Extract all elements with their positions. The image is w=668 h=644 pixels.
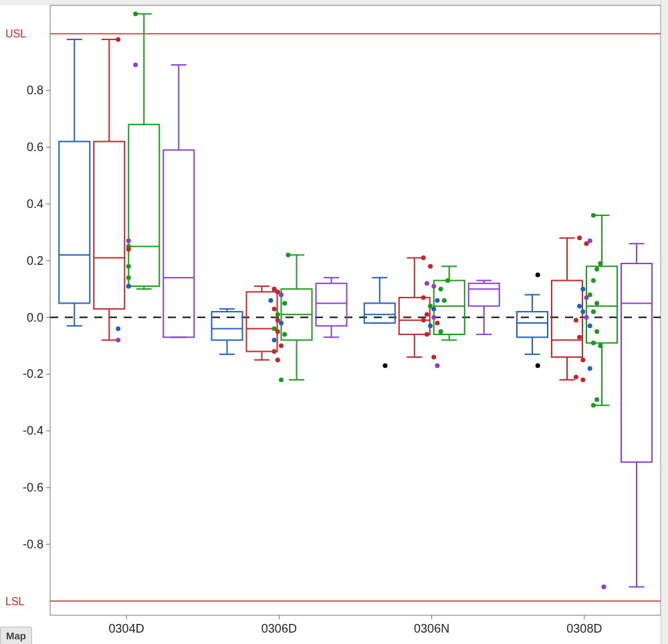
svg-point-119: [126, 239, 131, 243]
svg-point-158: [425, 312, 429, 317]
svg-point-183: [584, 315, 589, 320]
svg-point-190: [580, 358, 585, 362]
boxplot-chart: -0.8-0.6-0.4-0.20.00.20.40.60.8USLLSL030…: [0, 0, 668, 644]
svg-point-193: [580, 377, 585, 382]
svg-point-161: [435, 321, 439, 326]
svg-point-181: [580, 310, 585, 314]
svg-point-163: [439, 329, 443, 334]
svg-point-151: [431, 284, 436, 288]
svg-point-143: [272, 349, 277, 354]
svg-point-147: [421, 255, 426, 260]
svg-point-184: [574, 318, 578, 322]
svg-point-144: [275, 358, 280, 362]
y-tick-label: -0.8: [23, 538, 43, 551]
x-tick-label: 0306D: [261, 622, 297, 635]
svg-point-194: [594, 397, 599, 402]
svg-point-191: [588, 366, 592, 370]
y-tick-label: -0.6: [23, 481, 43, 494]
svg-point-118: [133, 63, 138, 68]
svg-point-168: [536, 363, 540, 368]
svg-point-122: [126, 264, 131, 269]
svg-point-178: [584, 295, 589, 300]
svg-point-146: [382, 363, 387, 368]
svg-point-149: [445, 278, 450, 283]
x-tick-label: 0306N: [414, 622, 449, 635]
svg-point-169: [591, 213, 596, 217]
svg-point-114: [116, 37, 120, 41]
svg-point-195: [591, 403, 596, 408]
svg-point-137: [279, 321, 284, 326]
svg-point-134: [286, 253, 290, 257]
y-tick-label: -0.2: [23, 367, 43, 381]
svg-point-187: [577, 335, 582, 340]
svg-point-115: [116, 326, 120, 331]
svg-point-135: [275, 312, 280, 317]
svg-point-157: [431, 306, 436, 311]
map-tab[interactable]: Map: [0, 627, 32, 644]
map-tab-label: Map: [6, 630, 26, 641]
svg-point-139: [275, 329, 280, 334]
y-tick-label: -0.4: [23, 424, 43, 437]
right-edge-strip: [661, 0, 668, 644]
svg-point-170: [577, 235, 582, 240]
svg-rect-1: [50, 5, 661, 615]
svg-point-152: [439, 287, 443, 292]
svg-point-176: [580, 287, 585, 292]
y-tick-label: 0.6: [27, 140, 43, 154]
usl-label: USL: [5, 28, 26, 39]
svg-point-131: [268, 298, 273, 303]
svg-point-159: [431, 315, 436, 320]
chart-container: -0.8-0.6-0.4-0.20.00.20.40.60.8USLLSL030…: [0, 0, 668, 644]
svg-point-164: [425, 332, 429, 337]
y-tick-label: 0.8: [27, 84, 43, 97]
svg-point-140: [282, 332, 287, 337]
svg-point-121: [126, 247, 131, 251]
svg-point-166: [435, 363, 439, 368]
y-tick-label: 0.2: [27, 254, 43, 267]
svg-point-160: [421, 318, 426, 322]
svg-point-133: [272, 306, 277, 311]
y-tick-label: 0.0: [27, 311, 43, 324]
svg-point-145: [279, 377, 284, 382]
svg-point-182: [591, 310, 596, 314]
svg-point-162: [428, 324, 433, 328]
svg-point-142: [279, 344, 284, 348]
svg-point-154: [435, 298, 439, 303]
svg-point-189: [598, 344, 602, 348]
svg-point-188: [591, 340, 596, 345]
svg-point-116: [116, 338, 120, 342]
svg-point-192: [574, 374, 578, 379]
svg-point-130: [279, 292, 284, 297]
svg-point-125: [126, 284, 131, 288]
y-tick-label: 0.4: [27, 197, 43, 211]
svg-point-196: [602, 584, 606, 589]
svg-point-172: [584, 241, 589, 246]
svg-point-167: [536, 272, 540, 277]
svg-point-150: [425, 281, 429, 286]
svg-point-155: [442, 298, 447, 303]
svg-point-175: [591, 278, 596, 283]
svg-point-174: [594, 267, 599, 272]
svg-point-179: [594, 301, 599, 306]
svg-point-123: [126, 276, 131, 280]
x-tick-label: 0308D: [566, 622, 602, 635]
svg-point-180: [577, 304, 582, 308]
svg-point-185: [588, 324, 592, 328]
svg-rect-0: [0, 0, 668, 5]
svg-point-186: [594, 329, 599, 334]
svg-point-141: [272, 338, 277, 342]
svg-point-153: [421, 295, 426, 300]
svg-point-132: [282, 301, 287, 306]
svg-point-173: [598, 261, 602, 266]
svg-point-165: [431, 354, 436, 359]
lsl-label: LSL: [5, 596, 25, 607]
svg-point-148: [428, 264, 433, 269]
svg-point-117: [133, 11, 138, 16]
x-tick-label: 0304D: [109, 622, 144, 635]
